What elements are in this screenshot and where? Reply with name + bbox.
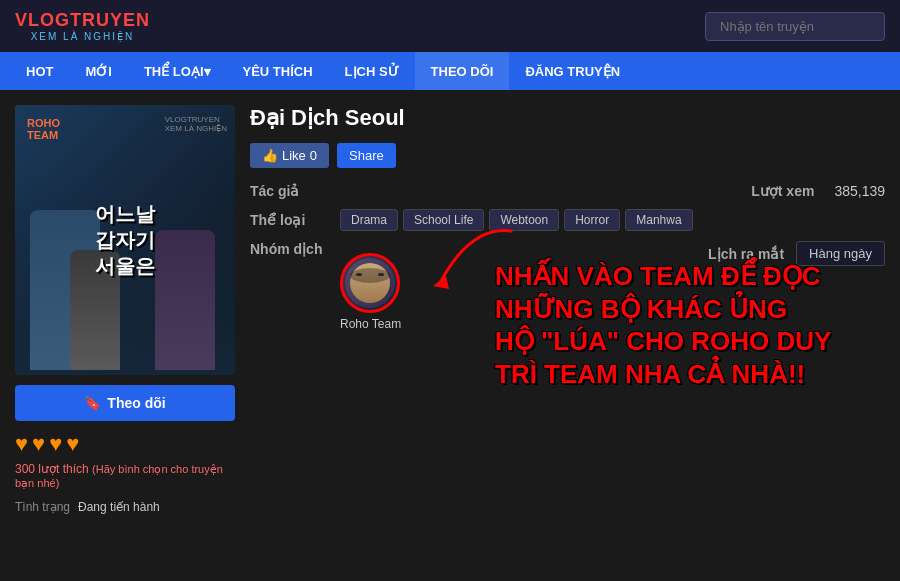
main-nav: HOT MỚI THỂ LOẠI ▾ YÊU THÍCH LỊCH SỬ THE… [0, 52, 900, 90]
search-input[interactable] [705, 12, 885, 41]
header: VLOGTRUYEN XEM LÀ NGHIỆN [0, 0, 900, 52]
share-button[interactable]: Share [337, 143, 396, 168]
overlay-message: NHẤN VÀO TEAM ĐỂ ĐỌC NHỮNG BỘ KHÁC ỦNG H… [480, 260, 885, 390]
nhom-dich-section: Roho Team [340, 253, 401, 331]
team-name: Roho Team [340, 317, 401, 331]
logo-top: VLOGTRUYEN [15, 10, 150, 31]
main-content: ROHO TEAM VLOGTRUYENXEM LÀ NGHIỆN 어느날갑자기… [0, 90, 900, 529]
genre-manhwa[interactable]: Manhwa [625, 209, 692, 231]
rating-hearts: ♥ ♥ ♥ ♥ [15, 431, 235, 457]
site-logo[interactable]: VLOGTRUYEN XEM LÀ NGHIỆN [15, 10, 150, 42]
status-row: Tình trạng Đang tiến hành [15, 500, 235, 514]
luot-xem-value: 385,139 [834, 183, 885, 199]
nav-yeu-thich[interactable]: YÊU THÍCH [227, 52, 329, 90]
logo-bottom: XEM LÀ NGHIỆN [31, 31, 135, 42]
heart-3[interactable]: ♥ [49, 431, 62, 457]
action-bar: 👍 Like 0 Share [250, 143, 885, 168]
thumbs-icon: 👍 [262, 148, 278, 163]
bookmark-icon: 🔖 [84, 395, 101, 411]
tac-gia-row: Tác giả Lượt xem 385,139 [250, 183, 885, 199]
manga-title: Đại Dịch Seoul [250, 105, 885, 131]
the-loai-label: Thể loại [250, 212, 340, 228]
cover-image: ROHO TEAM VLOGTRUYENXEM LÀ NGHIỆN 어느날갑자기… [15, 105, 235, 375]
overlay-line1: NHẤN VÀO TEAM ĐỂ ĐỌC NHỮNG BỘ KHÁC ỦNG [495, 260, 870, 325]
nav-theo-doi[interactable]: THEO DÕI [415, 52, 510, 90]
overlay-line2: HỘ "LÚA" CHO ROHO DUY TRÌ TEAM NHA CẢ NH… [495, 325, 870, 390]
nav-lich-su[interactable]: LỊCH SỬ [329, 52, 415, 90]
tinh-trang-label: Tình trạng [15, 500, 70, 514]
tinh-trang-value: Đang tiến hành [78, 500, 160, 514]
likes-text: 300 lượt thích (Hãy bình chọn cho truyện… [15, 462, 235, 490]
follow-button[interactable]: 🔖 Theo dõi [15, 385, 235, 421]
manga-detail: Đại Dịch Seoul 👍 Like 0 Share NHẤN VÀO T… [250, 105, 885, 514]
cover-brand: ROHO TEAM [27, 117, 60, 141]
heart-4[interactable]: ♥ [66, 431, 79, 457]
nav-dang-truyen[interactable]: ĐĂNG TRUYỆN [509, 52, 636, 90]
heart-2[interactable]: ♥ [32, 431, 45, 457]
nav-moi[interactable]: MỚI [69, 52, 127, 90]
nhom-dich-label: Nhóm dịch [250, 241, 340, 257]
cover-watermark: VLOGTRUYENXEM LÀ NGHIỆN [165, 115, 227, 133]
sidebar: ROHO TEAM VLOGTRUYENXEM LÀ NGHIỆN 어느날갑자기… [15, 105, 235, 514]
team-info: Roho Team [340, 253, 401, 331]
nav-the-loai[interactable]: THỂ LOẠI ▾ [128, 52, 227, 90]
team-avatar[interactable] [340, 253, 400, 313]
like-button[interactable]: 👍 Like 0 [250, 143, 329, 168]
heart-1[interactable]: ♥ [15, 431, 28, 457]
tac-gia-label: Tác giả [250, 183, 340, 199]
genre-drama[interactable]: Drama [340, 209, 398, 231]
the-loai-row: Thể loại Drama School Life Webtoon Horro… [250, 209, 885, 231]
nav-hot[interactable]: HOT [10, 52, 69, 90]
luot-xem-label: Lượt xem [751, 183, 814, 199]
genre-horror[interactable]: Horror [564, 209, 620, 231]
cover-korean-text: 어느날갑자기서울은 [95, 201, 155, 279]
